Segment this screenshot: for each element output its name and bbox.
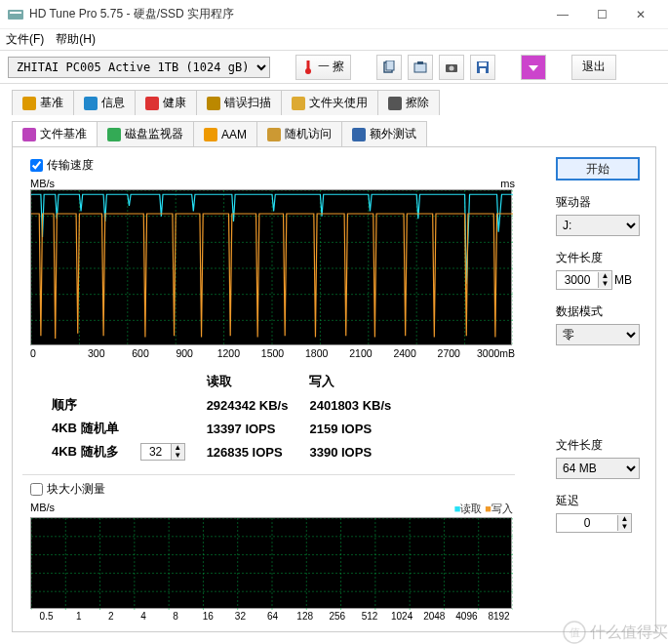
- down-button[interactable]: [521, 55, 546, 80]
- svg-rect-5: [386, 60, 394, 70]
- delay-input[interactable]: [557, 514, 617, 532]
- y2-axis-label: ms: [500, 178, 515, 189]
- delay-stepper[interactable]: ▲▼: [556, 513, 632, 533]
- thread-down[interactable]: ▼: [171, 452, 184, 460]
- results-table: 读取写入 顺序 2924342 KB/s 2401803 KB/s 4KB 随机…: [40, 369, 403, 464]
- data-mode-label: 数据模式: [556, 303, 646, 320]
- menu-help[interactable]: 帮助(H): [56, 31, 96, 48]
- toolbar: ZHITAI PC005 Active 1TB (1024 gB) 一 擦 退出: [0, 51, 668, 84]
- info-icon: [84, 97, 98, 110]
- menu-file[interactable]: 文件(F): [6, 31, 44, 48]
- tab-health[interactable]: 健康: [135, 90, 197, 115]
- random4k-multi-label: 4KB 随机多: [42, 441, 129, 463]
- save-icon: [476, 60, 490, 74]
- copy-button[interactable]: [376, 55, 402, 80]
- tab-monitor[interactable]: 磁盘监视器: [97, 121, 194, 146]
- file-length2-select[interactable]: 64 MB: [556, 458, 640, 479]
- side-controls: 开始 驱动器 J: 文件长度 ▲▼ MB 数据模式 零 文件长度 64 MB 延…: [556, 157, 646, 546]
- start-button[interactable]: 开始: [556, 157, 640, 181]
- svg-rect-17: [292, 97, 305, 110]
- save-button[interactable]: [470, 55, 495, 80]
- minimize-button[interactable]: —: [543, 1, 582, 28]
- tab-random[interactable]: 随机访问: [256, 121, 342, 146]
- folder-icon: [292, 97, 305, 110]
- sequential-write: 2401803 KB/s: [299, 394, 401, 416]
- thread-count-input[interactable]: [141, 445, 171, 459]
- screenshot-icon: [413, 60, 427, 74]
- tab-folder[interactable]: 文件夹使用: [281, 90, 378, 115]
- tab-extra[interactable]: 额外测试: [341, 121, 427, 146]
- temperature-button[interactable]: 一 擦: [295, 55, 351, 80]
- svg-rect-7: [417, 61, 423, 64]
- svg-rect-15: [145, 97, 159, 110]
- svg-rect-23: [352, 128, 366, 141]
- svg-rect-0: [8, 10, 23, 20]
- svg-rect-1: [10, 12, 21, 14]
- screenshot-button[interactable]: [408, 55, 433, 80]
- y-axis-label: MB/s: [30, 178, 55, 189]
- svg-rect-21: [204, 128, 217, 141]
- svg-rect-20: [107, 128, 121, 141]
- app-icon: [8, 7, 23, 22]
- random4k-single-read: 13397 IOPS: [197, 418, 298, 439]
- aam-icon: [204, 128, 217, 141]
- random-icon: [267, 128, 281, 141]
- y-axis-label-2: MB/s: [30, 502, 515, 513]
- svg-rect-6: [414, 63, 426, 72]
- drive-select[interactable]: J:: [556, 215, 640, 236]
- transfer-chart: MB/sms 500100015002000250030001020304050…: [30, 178, 515, 359]
- data-mode-select[interactable]: 零: [556, 324, 640, 345]
- thermometer-icon: [302, 60, 314, 75]
- svg-rect-12: [480, 68, 486, 73]
- exit-button[interactable]: 退出: [571, 55, 616, 80]
- write-header: 写入: [299, 371, 401, 392]
- svg-text:值: 值: [570, 626, 580, 638]
- close-button[interactable]: ✕: [621, 1, 660, 28]
- error-icon: [207, 97, 220, 110]
- menu-bar: 文件(F) 帮助(H): [0, 29, 668, 51]
- content-panel: 传输速度 MB/sms 5001000150020002500300010203…: [12, 146, 656, 632]
- device-select[interactable]: ZHITAI PC005 Active 1TB (1024 gB): [8, 57, 270, 78]
- extra-icon: [352, 128, 366, 141]
- camera-icon: [445, 60, 458, 74]
- read-header: 读取: [197, 371, 298, 392]
- random4k-single-label: 4KB 随机单: [42, 418, 129, 439]
- maximize-button[interactable]: ☐: [582, 1, 621, 28]
- erase-icon: [388, 97, 402, 110]
- benchmark-icon: [22, 97, 36, 110]
- tab-erase[interactable]: 擦除: [377, 90, 440, 115]
- drive-label: 驱动器: [556, 194, 646, 211]
- sequential-read: 2924342 KB/s: [197, 394, 298, 416]
- random4k-multi-read: 126835 IOPS: [197, 441, 298, 463]
- health-icon: [145, 97, 159, 110]
- tabs-row-1: 基准信息健康错误扫描文件夹使用擦除: [0, 90, 668, 115]
- file-length2-label: 文件长度: [556, 437, 646, 454]
- watermark: 值 什么值得买: [563, 621, 668, 644]
- transfer-speed-label: 传输速度: [47, 157, 94, 174]
- block-size-checkbox[interactable]: [30, 483, 43, 496]
- thread-count-stepper[interactable]: ▲▼: [140, 443, 185, 461]
- transfer-speed-checkbox[interactable]: [30, 159, 43, 172]
- block-size-chart: ■读取 ■写入 MB/s 510152025 0.512481632641282…: [30, 502, 515, 622]
- svg-rect-13: [22, 97, 36, 110]
- delay-label: 延迟: [556, 493, 646, 509]
- sequential-label: 顺序: [42, 394, 129, 416]
- svg-rect-22: [267, 128, 281, 141]
- file-length-input[interactable]: [557, 271, 598, 289]
- block-size-label: 块大小测量: [47, 481, 105, 498]
- window-title: HD Tune Pro 5.75 - 硬盘/SSD 实用程序: [29, 6, 543, 22]
- chart-legend: ■读取 ■写入: [454, 502, 513, 516]
- file-length-unit: MB: [614, 273, 632, 287]
- tab-filebench[interactable]: 文件基准: [12, 121, 98, 146]
- camera-button[interactable]: [439, 55, 464, 80]
- random4k-multi-write: 3390 IOPS: [299, 441, 401, 463]
- tab-benchmark[interactable]: 基准: [12, 90, 74, 115]
- file-length-label: 文件长度: [556, 250, 646, 266]
- monitor-icon: [107, 128, 121, 141]
- svg-point-9: [450, 65, 454, 70]
- file-length-stepper[interactable]: ▲▼: [556, 270, 612, 290]
- tab-info[interactable]: 信息: [73, 90, 136, 115]
- tab-error[interactable]: 错误扫描: [196, 90, 282, 115]
- tab-aam[interactable]: AAM: [193, 121, 257, 146]
- svg-rect-18: [388, 97, 402, 110]
